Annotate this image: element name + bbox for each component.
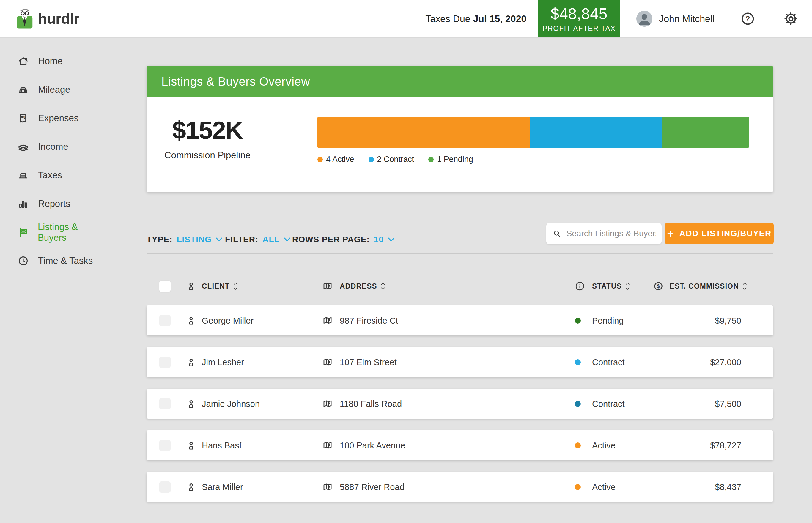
chevron-down-icon: [215, 237, 223, 242]
sidebar-item-reports[interactable]: Reports: [0, 190, 107, 218]
table-row-2[interactable]: Jamie Johnson 1180 Falls Road Contract $…: [146, 389, 773, 419]
status-text: Pending: [592, 315, 624, 325]
sidebar-label-reports: Reports: [38, 198, 70, 209]
table-row-3[interactable]: Hans Basf 100 Park Avenue Active $78,727: [146, 430, 773, 460]
filter-value: ALL: [263, 235, 279, 244]
legend-label: 1 Pending: [437, 155, 473, 164]
avatar-photo: [636, 11, 652, 27]
sidebar-label-expenses: Expenses: [38, 113, 78, 124]
chevron-down-icon: [283, 237, 291, 242]
commission-value: $9,750: [715, 315, 741, 325]
clock-icon: [17, 255, 29, 267]
client-name: Jim Lesher: [202, 357, 244, 367]
pipeline-segment-0: [318, 117, 530, 148]
row-checkbox-1[interactable]: [159, 357, 170, 368]
type-label: TYPE:: [146, 235, 173, 244]
legend-item-1: 2 Contract: [368, 155, 414, 164]
status-column-header: STATUS: [592, 282, 622, 290]
table-row-1[interactable]: Jim Lesher 107 Elm Street Contract $27,0…: [146, 347, 773, 377]
sidebar-item-listings-buyers[interactable]: Listings & Buyers: [0, 218, 107, 247]
client-name: Sara Miller: [202, 482, 243, 492]
legend-dot-icon: [428, 157, 434, 162]
commission-value: $27,000: [710, 357, 741, 367]
address-text: 100 Park Avenue: [340, 440, 405, 450]
sort-commission-icon[interactable]: [742, 282, 747, 290]
row-checkbox-0[interactable]: [159, 315, 170, 326]
person-icon: [186, 440, 196, 450]
type-dropdown[interactable]: TYPE: LISTING: [146, 231, 223, 248]
sidebar-label-time-tasks: Time & Tasks: [38, 255, 93, 266]
sidebar-label-listings-buyers: Listings & Buyers: [38, 222, 107, 243]
type-value: LISTING: [177, 235, 211, 244]
user-avatar[interactable]: [636, 11, 652, 27]
table-header: CLIENT ADDRESS STATUS $ EST. COMM: [146, 279, 773, 293]
taxes-due: Taxes Due Jul 15, 2020: [425, 13, 526, 24]
table-row-4[interactable]: Sara Miller 5887 River Road Active $8,43…: [146, 472, 773, 502]
plus-icon: +: [667, 228, 674, 239]
status-dot: [575, 484, 581, 490]
main-content: Listings & Buyers Overview $152K Commiss…: [107, 37, 812, 523]
taxes-due-label: Taxes Due: [425, 13, 470, 24]
sidebar: Home Mileage $ Expenses Income Taxes Rep…: [0, 37, 107, 523]
pipeline-segment-1: [530, 117, 662, 148]
address-column-header: ADDRESS: [340, 282, 377, 290]
user-name[interactable]: John Mitchell: [659, 13, 715, 24]
legend-dot-icon: [368, 157, 374, 162]
svg-text:?: ?: [745, 15, 750, 23]
app-logo[interactable]: hurdlr: [0, 0, 107, 37]
row-checkbox-2[interactable]: [159, 398, 170, 410]
pipeline-legend: 4 Active 2 Contract 1 Pending: [318, 155, 473, 164]
svg-text:$: $: [23, 115, 25, 120]
sidebar-item-income[interactable]: Income: [0, 132, 107, 161]
filter-dropdown[interactable]: FILTER: ALL: [225, 231, 291, 248]
legend-dot-icon: [318, 157, 323, 162]
sidebar-label-mileage: Mileage: [38, 84, 70, 95]
row-checkbox-3[interactable]: [159, 440, 170, 451]
chevron-down-icon: [387, 237, 395, 242]
person-icon: [186, 482, 196, 492]
help-button[interactable]: ?: [741, 12, 755, 26]
gear-icon: [783, 11, 798, 26]
address-text: 107 Elm Street: [340, 357, 397, 367]
row-checkbox-4[interactable]: [159, 482, 170, 493]
sidebar-item-mileage[interactable]: Mileage: [0, 75, 107, 104]
help-icon: ?: [741, 12, 755, 26]
sidebar-item-expenses[interactable]: $ Expenses: [0, 104, 107, 132]
add-listing-buyer-label: ADD LISTING/BUYER: [680, 229, 772, 238]
client-column-icon: [186, 281, 196, 291]
select-all-checkbox[interactable]: [159, 281, 170, 292]
bar-chart-icon: [17, 198, 29, 210]
address-text: 987 Fireside Ct: [340, 315, 398, 325]
sort-address-icon[interactable]: [381, 282, 385, 290]
rows-per-page-dropdown[interactable]: ROWS PER PAGE: 10: [292, 231, 395, 248]
person-icon: [186, 399, 196, 409]
sidebar-item-home[interactable]: Home: [0, 47, 107, 75]
add-listing-buyer-button[interactable]: + ADD LISTING/BUYER: [665, 223, 774, 244]
legend-item-0: 4 Active: [318, 155, 354, 164]
overview-card: Listings & Buyers Overview $152K Commiss…: [146, 66, 773, 192]
overview-card-header: Listings & Buyers Overview: [146, 66, 773, 97]
address-text: 1180 Falls Road: [340, 399, 402, 409]
rows-per-page-value: 10: [374, 235, 384, 244]
client-name: Jamie Johnson: [202, 399, 260, 409]
profit-after-tax-badge[interactable]: $48,845 PROFIT AFTER TAX: [538, 0, 620, 37]
home-icon: [17, 55, 29, 67]
sort-status-icon[interactable]: [625, 282, 630, 290]
pipeline-total: $152K: [164, 116, 251, 145]
taxes-due-date: Jul 15, 2020: [473, 13, 527, 24]
search-icon: [553, 229, 561, 238]
topbar-right: Taxes Due Jul 15, 2020 $48,845 PROFIT AF…: [107, 0, 812, 37]
sidebar-item-time-tasks[interactable]: Time & Tasks: [0, 247, 107, 275]
status-text: Contract: [592, 357, 625, 367]
client-column-header: CLIENT: [202, 282, 230, 290]
address-text: 5887 River Road: [340, 482, 404, 492]
settings-button[interactable]: [783, 11, 798, 26]
sidebar-label-taxes: Taxes: [38, 170, 62, 181]
commission-column-header: EST. COMMISSION: [670, 282, 739, 290]
sort-client-icon[interactable]: [233, 282, 238, 290]
sidebar-item-taxes[interactable]: Taxes: [0, 161, 107, 190]
receipt-icon: $: [17, 112, 29, 124]
table-row-0[interactable]: George Miller 987 Fireside Ct Pending $9…: [146, 306, 773, 336]
search-input[interactable]: [566, 229, 656, 239]
top-bar: hurdlr Taxes Due Jul 15, 2020 $48,845 PR…: [0, 0, 812, 38]
